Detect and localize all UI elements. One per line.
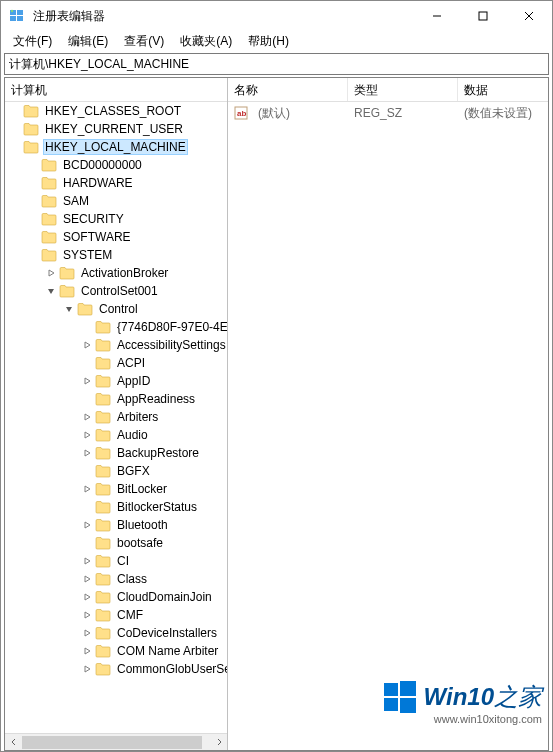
menu-edit[interactable]: 编辑(E) [60,31,116,52]
tree-header[interactable]: 计算机 [5,78,227,102]
expander-open-icon[interactable] [45,285,57,297]
tree-item[interactable]: CoDeviceInstallers [5,624,227,642]
tree-item[interactable]: COM Name Arbiter [5,642,227,660]
tree-item[interactable]: SECURITY [5,210,227,228]
column-name[interactable]: 名称 [228,78,348,101]
tree-item-label: Arbiters [115,410,160,424]
expander-closed-icon[interactable] [81,627,93,639]
folder-icon [95,662,111,676]
svg-rect-3 [17,16,23,21]
tree-item[interactable]: {7746D80F-97E0-4E26 [5,318,227,336]
expander-closed-icon[interactable] [81,339,93,351]
tree-item[interactable]: AppID [5,372,227,390]
tree-item[interactable]: CMF [5,606,227,624]
string-value-icon: ab [234,106,248,120]
tree-item-label: AccessibilitySettings [115,338,227,352]
tree-item[interactable]: bootsafe [5,534,227,552]
tree-item[interactable]: BackupRestore [5,444,227,462]
menu-help[interactable]: 帮助(H) [240,31,297,52]
tree-item-label: CI [115,554,131,568]
scroll-track[interactable] [22,734,210,751]
tree-item[interactable]: ActivationBroker [5,264,227,282]
tree-item[interactable]: HARDWARE [5,174,227,192]
expander-closed-icon[interactable] [81,591,93,603]
menu-file[interactable]: 文件(F) [5,31,60,52]
tree-item[interactable]: ACPI [5,354,227,372]
column-data[interactable]: 数据 [458,78,548,101]
tree-item[interactable]: AppReadiness [5,390,227,408]
expander-closed-icon[interactable] [81,483,93,495]
maximize-button[interactable] [460,1,506,31]
tree-item[interactable]: CloudDomainJoin [5,588,227,606]
folder-icon [41,212,57,226]
tree-item[interactable]: Class [5,570,227,588]
folder-icon [95,392,111,406]
folder-icon [95,356,111,370]
tree-item[interactable]: ControlSet001 [5,282,227,300]
tree-item[interactable]: HKEY_LOCAL_MACHINE [5,138,227,156]
tree-item-label: SOFTWARE [61,230,133,244]
folder-icon [77,302,93,316]
tree-body[interactable]: HKEY_CLASSES_ROOTHKEY_CURRENT_USERHKEY_L… [5,102,227,750]
tree-item[interactable]: SOFTWARE [5,228,227,246]
folder-icon [95,536,111,550]
expander-closed-icon[interactable] [81,447,93,459]
expander-open-icon[interactable] [63,303,75,315]
cell-data: (数值未设置) [458,105,538,122]
expander-closed-icon[interactable] [81,411,93,423]
expander-closed-icon[interactable] [81,555,93,567]
menu-view[interactable]: 查看(V) [116,31,172,52]
expander-closed-icon[interactable] [45,267,57,279]
window-controls [414,1,552,31]
scroll-left-button[interactable] [5,734,22,751]
expander-closed-icon[interactable] [81,375,93,387]
list-body[interactable]: ab(默认)REG_SZ(数值未设置) [228,102,548,124]
folder-icon [41,194,57,208]
menu-favorites[interactable]: 收藏夹(A) [172,31,240,52]
scroll-right-button[interactable] [210,734,227,751]
tree-item-label: ControlSet001 [79,284,160,298]
folder-icon [95,608,111,622]
tree-panel: 计算机 HKEY_CLASSES_ROOTHKEY_CURRENT_USERHK… [5,78,228,750]
column-type[interactable]: 类型 [348,78,458,101]
expander-closed-icon[interactable] [81,609,93,621]
tree-item[interactable]: HKEY_CLASSES_ROOT [5,102,227,120]
tree-item[interactable]: HKEY_CURRENT_USER [5,120,227,138]
tree-item[interactable]: CommonGlobUserSet [5,660,227,678]
tree-item[interactable]: BCD00000000 [5,156,227,174]
tree-item[interactable]: SAM [5,192,227,210]
expander-closed-icon[interactable] [81,573,93,585]
tree-item[interactable]: BitlockerStatus [5,498,227,516]
tree-item-label: Audio [115,428,150,442]
close-button[interactable] [506,1,552,31]
svg-rect-1 [17,10,23,15]
tree-scrollbar-horizontal[interactable] [5,733,227,750]
minimize-button[interactable] [414,1,460,31]
tree-item[interactable]: Audio [5,426,227,444]
tree-item-label: SECURITY [61,212,126,226]
expander-none [81,393,93,405]
tree-item[interactable]: BGFX [5,462,227,480]
folder-icon [41,176,57,190]
svg-rect-2 [10,16,16,21]
expander-none [9,123,21,135]
list-row[interactable]: ab(默认)REG_SZ(数值未设置) [228,104,548,122]
tree-item-label: ACPI [115,356,147,370]
folder-icon [59,266,75,280]
expander-closed-icon[interactable] [81,429,93,441]
tree-item[interactable]: Bluetooth [5,516,227,534]
expander-closed-icon[interactable] [81,519,93,531]
tree-item[interactable]: SYSTEM [5,246,227,264]
tree-item[interactable]: BitLocker [5,480,227,498]
scroll-thumb[interactable] [22,736,202,749]
folder-icon [95,482,111,496]
tree-item-label: CMF [115,608,145,622]
expander-closed-icon[interactable] [81,645,93,657]
address-bar[interactable]: 计算机\HKEY_LOCAL_MACHINE [4,53,549,75]
tree-item[interactable]: AccessibilitySettings [5,336,227,354]
tree-item[interactable]: CI [5,552,227,570]
tree-item[interactable]: Control [5,300,227,318]
expander-closed-icon[interactable] [81,663,93,675]
tree-item[interactable]: Arbiters [5,408,227,426]
folder-icon [23,104,39,118]
